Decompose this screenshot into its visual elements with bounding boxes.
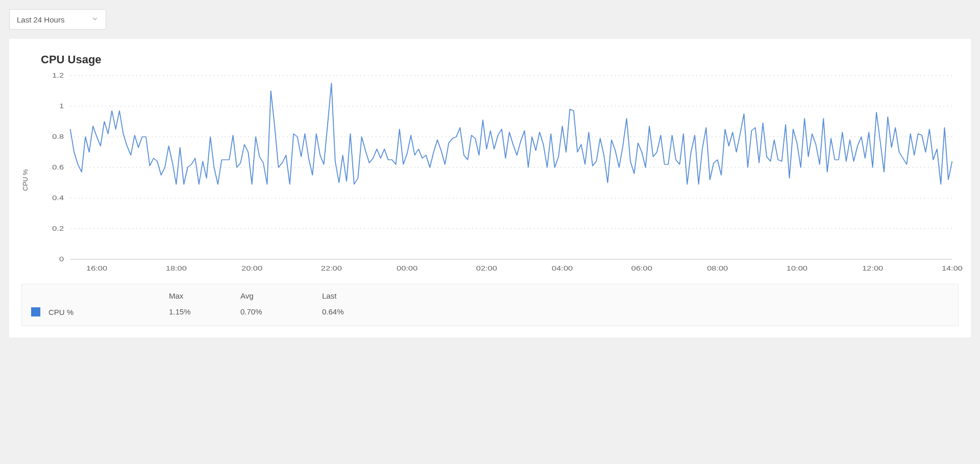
chevron-down-icon (91, 15, 99, 24)
legend-avg-value: 0.70% (240, 307, 322, 316)
svg-text:02:00: 02:00 (476, 265, 497, 272)
svg-text:06:00: 06:00 (631, 265, 652, 272)
legend-series-row[interactable]: CPU % (31, 307, 169, 316)
svg-text:16:00: 16:00 (86, 265, 107, 272)
svg-text:0.6: 0.6 (52, 164, 64, 171)
chart-container: CPU % 00.20.40.60.811.216:0018:0020:0022… (21, 70, 959, 275)
svg-text:22:00: 22:00 (321, 265, 342, 272)
svg-text:0.4: 0.4 (52, 194, 64, 202)
panel-title: CPU Usage (41, 53, 959, 66)
cpu-usage-chart[interactable]: 00.20.40.60.811.216:0018:0020:0022:0000:… (32, 70, 959, 275)
legend-header-max: Max (169, 291, 240, 300)
svg-text:04:00: 04:00 (552, 265, 573, 272)
legend-series-name: CPU % (48, 308, 74, 316)
cpu-usage-panel: CPU Usage CPU % 00.20.40.60.811.216:0018… (9, 39, 971, 337)
svg-text:18:00: 18:00 (166, 265, 187, 272)
timerange-label: Last 24 Hours (17, 15, 64, 24)
svg-text:20:00: 20:00 (241, 265, 262, 272)
svg-text:0.2: 0.2 (52, 225, 64, 232)
timerange-select[interactable]: Last 24 Hours (9, 9, 106, 30)
svg-text:08:00: 08:00 (707, 265, 728, 272)
legend-last-value: 0.64% (322, 307, 404, 316)
legend-max-value: 1.15% (169, 307, 240, 316)
legend-header-last: Last (322, 291, 404, 300)
svg-text:0: 0 (59, 256, 64, 263)
legend-swatch (31, 307, 40, 316)
svg-text:10:00: 10:00 (787, 265, 807, 272)
svg-text:12:00: 12:00 (862, 265, 883, 272)
svg-text:1.2: 1.2 (52, 72, 64, 79)
y-axis-label: CPU % (21, 70, 32, 275)
legend-box: Max Avg Last CPU % 1.15% 0.70% 0.64% (21, 284, 959, 326)
svg-text:00:00: 00:00 (397, 265, 418, 272)
legend-header-avg: Avg (240, 291, 322, 300)
svg-text:0.8: 0.8 (52, 133, 64, 140)
svg-text:1: 1 (59, 103, 64, 110)
svg-text:14:00: 14:00 (942, 265, 963, 272)
